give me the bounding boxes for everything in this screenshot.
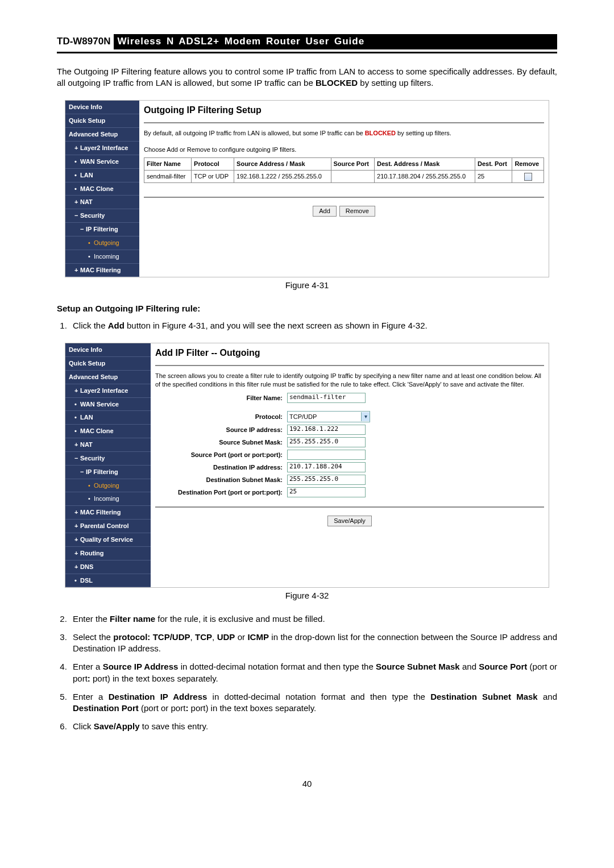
- input-src-port[interactable]: [287, 450, 366, 460]
- select-protocol-value: TCP/UDP: [289, 413, 317, 421]
- sidebar-nat[interactable]: NAT: [65, 438, 151, 452]
- step-2: Enter the Filter name for the rule, it i…: [69, 613, 557, 625]
- sidebar-mac-clone[interactable]: MAC Clone: [65, 425, 151, 438]
- figure-4-32-caption: Figure 4-32: [57, 590, 557, 601]
- th-protocol: Protocol: [192, 157, 234, 170]
- sidebar-wan[interactable]: WAN Service: [65, 398, 151, 412]
- panel-note: By default, all outgoing IP traffic from…: [144, 129, 544, 138]
- lbl-dst-ip: Destination IP address:: [155, 461, 285, 474]
- panel-divider: [155, 365, 544, 366]
- steps-list-bottom: Enter the Filter name for the rule, it i…: [69, 613, 557, 733]
- sidebar-lan[interactable]: LAN: [65, 169, 139, 182]
- sidebar-mac-filtering[interactable]: MAC Filtering: [65, 264, 139, 277]
- select-protocol[interactable]: TCP/UDP▾: [287, 411, 370, 422]
- sidebar-parental[interactable]: Parental Control: [65, 520, 151, 533]
- doc-header: TD-W8970N Wireless N ADSL2+ Modem Router…: [57, 34, 557, 53]
- s5e: and: [538, 692, 557, 701]
- lbl-protocol: Protocol:: [155, 410, 285, 423]
- input-dst-mask[interactable]: 255.255.255.0: [287, 475, 366, 485]
- sidebar-routing[interactable]: Routing: [65, 547, 151, 560]
- s3d: TCP: [195, 632, 212, 642]
- sidebar-quick-setup[interactable]: Quick Setup: [65, 114, 139, 128]
- panel-note2: Choose Add or Remove to configure outgoi…: [144, 146, 544, 154]
- sidebar: Device Info Quick Setup Advanced Setup L…: [65, 101, 139, 277]
- steps-list-top: Click the Add button in Figure 4-31, and…: [69, 320, 557, 331]
- remove-checkbox[interactable]: [524, 173, 532, 181]
- sidebar-security[interactable]: Security: [65, 452, 151, 466]
- s3c: ,: [190, 632, 196, 642]
- s5i: port) in the text boxes separately.: [188, 703, 316, 713]
- button-row: Add Remove: [144, 206, 544, 217]
- input-dst-ip[interactable]: 210.17.188.204: [287, 462, 366, 472]
- s4i: port) in the text boxes separately.: [90, 674, 218, 683]
- input-dst-port[interactable]: 25: [287, 487, 366, 497]
- s3h: ICMP: [247, 632, 269, 642]
- sidebar-incoming[interactable]: Incoming: [65, 250, 139, 264]
- sidebar-mac-clone[interactable]: MAC Clone: [65, 182, 139, 196]
- lbl-filter-name: Filter Name:: [155, 392, 285, 404]
- input-src-ip[interactable]: 192.168.1.222: [287, 425, 366, 435]
- panel-divider-2: [155, 506, 544, 508]
- sidebar-mac-filtering[interactable]: MAC Filtering: [65, 506, 151, 520]
- sidebar-incoming[interactable]: Incoming: [65, 492, 151, 506]
- th-filter-name: Filter Name: [144, 157, 192, 170]
- doc-title: Wireless N ADSL2+ Modem Router User Guid…: [114, 34, 557, 49]
- sidebar-quick-setup[interactable]: Quick Setup: [65, 357, 151, 371]
- sidebar-outgoing[interactable]: Outgoing: [65, 236, 139, 250]
- s5d: Destination Subnet Mask: [430, 692, 538, 701]
- page-number: 40: [57, 778, 557, 790]
- input-filter-name[interactable]: sendmail-filter: [287, 393, 366, 403]
- add-button[interactable]: Add: [313, 206, 337, 217]
- s4b: Source IP Address: [103, 662, 179, 671]
- remove-button[interactable]: Remove: [339, 206, 375, 217]
- sidebar: Device Info Quick Setup Advanced Setup L…: [65, 343, 151, 587]
- s5f: Destination Port: [73, 703, 139, 713]
- cell-dst-port: 25: [475, 170, 512, 182]
- s4a: Enter a: [73, 662, 103, 671]
- button-row: Save/Apply: [155, 516, 544, 526]
- s4d: Source Subnet Mask: [376, 662, 460, 671]
- intro-text-a: The Outgoing IP Filtering feature allows…: [57, 67, 557, 88]
- sidebar-ip-filtering[interactable]: IP Filtering: [65, 466, 151, 479]
- th-dst-port: Dest. Port: [475, 157, 512, 170]
- sidebar-wan[interactable]: WAN Service: [65, 155, 139, 169]
- s5a: Enter a: [73, 692, 109, 701]
- sidebar-device-info[interactable]: Device Info: [65, 343, 151, 357]
- sidebar-qos[interactable]: Quality of Service: [65, 533, 151, 547]
- sidebar-lan[interactable]: LAN: [65, 411, 151, 425]
- s3a: Select the: [73, 632, 113, 642]
- sidebar-dns[interactable]: DNS: [65, 560, 151, 574]
- step1-b: Add: [108, 321, 125, 330]
- cell-src: 192.168.1.222 / 255.255.255.0: [234, 170, 331, 182]
- step-1: Click the Add button in Figure 4-31, and…: [69, 320, 557, 331]
- step-3: Select the protocol: TCP/UDP, TCP, UDP o…: [69, 632, 557, 655]
- save-apply-button[interactable]: Save/Apply: [327, 516, 372, 526]
- sidebar-outgoing[interactable]: Outgoing: [65, 479, 151, 493]
- sidebar-advanced-setup[interactable]: Advanced Setup: [65, 128, 139, 142]
- s4f: Source Port: [479, 662, 527, 671]
- figure-4-32-ui: Device Info Quick Setup Advanced Setup L…: [65, 343, 549, 588]
- sidebar-device-info[interactable]: Device Info: [65, 101, 139, 114]
- step-4: Enter a Source IP Address in dotted-deci…: [69, 661, 557, 684]
- s2c: for the rule, it is exclusive and must b…: [155, 614, 325, 624]
- th-src-port: Source Port: [331, 157, 375, 170]
- s2b: Filter name: [110, 614, 155, 624]
- sidebar-layer2[interactable]: Layer2 Interface: [65, 384, 151, 398]
- note-a: By default, all outgoing IP traffic from…: [144, 130, 365, 136]
- cell-protocol: TCP or UDP: [192, 170, 234, 182]
- step1-a: Click the: [73, 321, 108, 330]
- sidebar-nat[interactable]: NAT: [65, 196, 139, 209]
- input-src-mask[interactable]: 255.255.255.0: [287, 437, 366, 447]
- model-number: TD-W8970N: [57, 35, 110, 48]
- sidebar-security[interactable]: Security: [65, 209, 139, 223]
- main-panel: Add IP Filter -- Outgoing The screen all…: [151, 343, 549, 587]
- lbl-src-ip: Source IP address:: [155, 423, 285, 436]
- s3b: protocol: TCP/UDP: [113, 632, 190, 642]
- sidebar-advanced-setup[interactable]: Advanced Setup: [65, 371, 151, 384]
- sidebar-layer2[interactable]: Layer2 Interface: [65, 142, 139, 155]
- setup-heading: Setup an Outgoing IP Filtering rule:: [57, 303, 557, 314]
- note-blocked: BLOCKED: [365, 130, 396, 136]
- th-dst: Dest. Address / Mask: [375, 157, 475, 170]
- sidebar-dsl[interactable]: DSL: [65, 574, 151, 588]
- sidebar-ip-filtering[interactable]: IP Filtering: [65, 223, 139, 236]
